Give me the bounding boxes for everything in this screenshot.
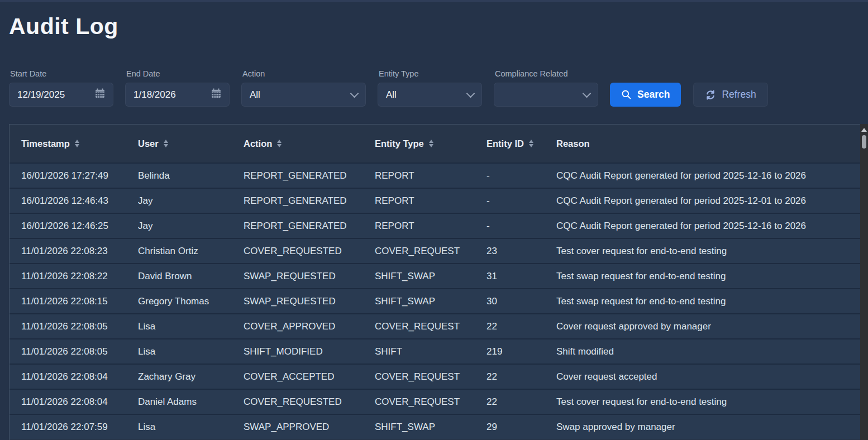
column-label: User xyxy=(138,138,159,149)
cell-entity-type: REPORT xyxy=(375,195,487,207)
table-row: 11/01/2026 22:07:59 Lisa SWAP_APPROVED S… xyxy=(9,414,860,439)
calendar-icon[interactable] xyxy=(95,88,105,101)
end-date-input[interactable]: 1/18/2026 xyxy=(125,83,230,107)
table-row: 11/01/2026 22:08:04 Daniel Adams COVER_R… xyxy=(9,389,860,414)
start-date-value: 12/19/2025 xyxy=(17,89,65,101)
entity-type-filter: Entity Type All xyxy=(378,69,482,107)
table-row: 11/01/2026 22:08:04 Zachary Gray COVER_A… xyxy=(9,364,860,389)
cell-entity-id: 29 xyxy=(487,422,556,433)
cell-action: SWAP_REQUESTED xyxy=(244,271,375,282)
cell-reason: Test cover request for end-to-end testin… xyxy=(556,396,860,408)
vertical-scrollbar[interactable] xyxy=(860,124,868,440)
cell-reason: Test cover request for end-to-end testin… xyxy=(556,246,860,257)
calendar-icon[interactable] xyxy=(211,88,221,101)
cell-action: COVER_REQUESTED xyxy=(244,246,375,257)
cell-entity-id: 22 xyxy=(487,371,556,382)
cell-entity-type: SHIFT_SWAP xyxy=(375,271,487,282)
start-date-input[interactable]: 12/19/2025 xyxy=(9,83,113,107)
cell-entity-type: REPORT xyxy=(375,170,487,181)
entity-type-label: Entity Type xyxy=(379,69,482,78)
sort-arrows-icon[interactable] xyxy=(75,140,79,148)
table-row: 11/01/2026 22:08:05 Lisa COVER_APPROVED … xyxy=(9,313,860,338)
cell-action: SWAP_REQUESTED xyxy=(244,296,375,307)
cell-entity-type: COVER_REQUEST xyxy=(375,321,487,332)
audit-log-table: Timestamp User Action Entity Type Entity… xyxy=(9,124,860,440)
column-header-action[interactable]: Action xyxy=(244,138,375,149)
cell-action: COVER_REQUESTED xyxy=(244,396,375,408)
action-select[interactable]: All xyxy=(241,83,366,107)
refresh-button-label: Refresh xyxy=(722,89,756,101)
cell-action: REPORT_GENERATED xyxy=(244,170,375,181)
cell-timestamp: 16/01/2026 12:46:43 xyxy=(9,195,138,207)
table-row: 16/01/2026 12:46:43 Jay REPORT_GENERATED… xyxy=(9,188,860,213)
cell-user: Belinda xyxy=(138,170,244,181)
cell-action: COVER_ACCEPTED xyxy=(244,371,375,382)
sort-arrows-icon[interactable] xyxy=(429,140,433,148)
column-header-user[interactable]: User xyxy=(138,138,244,149)
column-label: Reason xyxy=(556,138,590,149)
refresh-button[interactable]: Refresh xyxy=(693,83,767,107)
column-header-entity-type[interactable]: Entity Type xyxy=(375,138,487,149)
cell-timestamp: 16/01/2026 17:27:49 xyxy=(9,170,138,181)
cell-entity-type: COVER_REQUEST xyxy=(375,246,487,257)
cell-action: REPORT_GENERATED xyxy=(244,221,375,232)
cell-user: Lisa xyxy=(138,321,244,332)
entity-type-select[interactable]: All xyxy=(378,83,482,107)
cell-reason: Cover request accepted xyxy=(556,371,860,382)
column-label: Action xyxy=(244,138,272,149)
column-header-reason: Reason xyxy=(556,138,860,149)
search-button-label: Search xyxy=(637,89,670,101)
cell-user: David Brown xyxy=(138,271,244,282)
compliance-related-select[interactable] xyxy=(494,83,598,107)
cell-action: SWAP_APPROVED xyxy=(244,422,375,433)
cell-timestamp: 11/01/2026 22:08:23 xyxy=(9,246,138,257)
cell-action: COVER_APPROVED xyxy=(244,321,375,332)
sort-arrows-icon[interactable] xyxy=(277,140,282,148)
table-row: 16/01/2026 17:27:49 Belinda REPORT_GENER… xyxy=(9,162,860,188)
cell-timestamp: 11/01/2026 22:08:04 xyxy=(9,396,138,408)
sort-arrows-icon[interactable] xyxy=(164,140,168,148)
cell-entity-id: 22 xyxy=(487,321,556,332)
column-label: Entity ID xyxy=(487,138,524,149)
cell-entity-type: COVER_REQUEST xyxy=(375,371,487,382)
start-date-filter: Start Date 12/19/2025 xyxy=(9,69,113,107)
cell-reason: CQC Audit Report generated for period 20… xyxy=(556,170,860,181)
cell-user: Christian Ortiz xyxy=(138,246,244,257)
column-header-entity-id[interactable]: Entity ID xyxy=(487,138,556,149)
sort-arrows-icon[interactable] xyxy=(529,140,533,148)
cell-timestamp: 11/01/2026 22:08:15 xyxy=(9,296,138,307)
cell-entity-id: 22 xyxy=(487,396,556,408)
cell-entity-id: - xyxy=(487,170,556,181)
table-header-row: Timestamp User Action Entity Type Entity… xyxy=(9,125,860,162)
cell-entity-id: 23 xyxy=(487,246,556,257)
end-date-filter: End Date 1/18/2026 xyxy=(125,69,230,107)
cell-entity-id: 30 xyxy=(487,296,556,307)
cell-entity-type: REPORT xyxy=(375,221,487,232)
cell-user: Gregory Thomas xyxy=(138,296,244,307)
refresh-icon xyxy=(705,89,716,101)
column-header-timestamp[interactable]: Timestamp xyxy=(9,138,138,149)
audit-log-page: Audit Log Start Date 12/19/2025 End Date… xyxy=(0,0,868,440)
chevron-down-icon xyxy=(350,89,359,98)
table-body: 16/01/2026 17:27:49 Belinda REPORT_GENER… xyxy=(9,162,860,439)
column-label: Timestamp xyxy=(21,138,70,149)
cell-entity-id: 219 xyxy=(487,346,556,357)
scroll-up-arrow-icon[interactable] xyxy=(861,128,867,132)
table-row: 11/01/2026 22:08:15 Gregory Thomas SWAP_… xyxy=(9,288,860,313)
cell-entity-id: 31 xyxy=(487,271,556,282)
search-button[interactable]: Search xyxy=(610,83,681,107)
compliance-related-filter: Compliance Related xyxy=(494,69,598,107)
cell-reason: Swap approved by manager xyxy=(556,422,860,433)
scrollbar-thumb[interactable] xyxy=(862,135,866,149)
start-date-label: Start Date xyxy=(10,69,113,78)
cell-entity-id: - xyxy=(487,195,556,207)
cell-timestamp: 16/01/2026 12:46:25 xyxy=(9,221,138,232)
cell-entity-type: SHIFT xyxy=(375,346,487,357)
cell-user: Daniel Adams xyxy=(138,396,244,408)
page-title: Audit Log xyxy=(9,13,118,40)
entity-type-value: All xyxy=(386,89,397,101)
cell-user: Lisa xyxy=(138,422,244,433)
cell-timestamp: 11/01/2026 22:08:04 xyxy=(9,371,138,382)
cell-timestamp: 11/01/2026 22:08:05 xyxy=(9,346,138,357)
table-row: 11/01/2026 22:08:05 Lisa SHIFT_MODIFIED … xyxy=(9,338,860,364)
